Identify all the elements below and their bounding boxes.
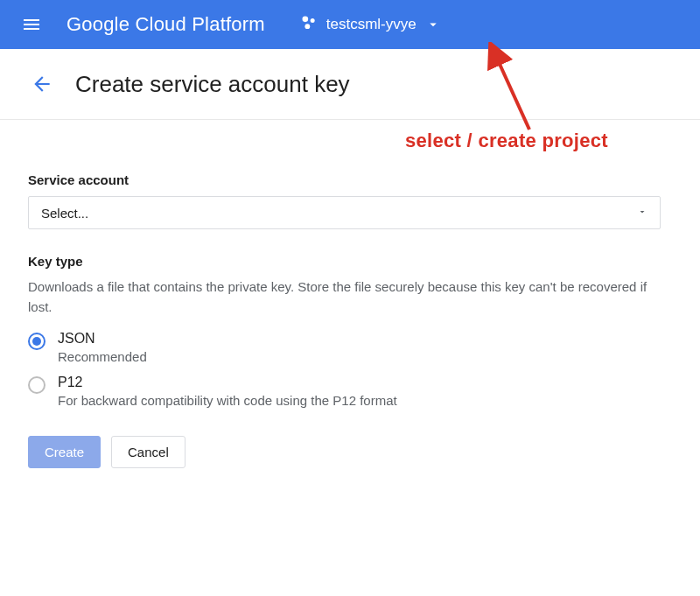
- radio-option-p12[interactable]: P12 For backward compatibility with code…: [28, 375, 661, 408]
- project-name: testcsml-yvye: [326, 16, 416, 33]
- service-account-label: Service account: [28, 172, 661, 187]
- radio-button-json[interactable]: [28, 333, 46, 350]
- page-header: Create service account key: [0, 49, 700, 120]
- radio-group: JSON Recommended P12 For backward compat…: [28, 331, 661, 408]
- create-button[interactable]: Create: [28, 436, 101, 468]
- radio-option-json[interactable]: JSON Recommended: [28, 331, 661, 364]
- topbar: Google Cloud Platform testcsml-yvye: [0, 0, 700, 49]
- key-type-section: Key type Downloads a file that contains …: [28, 254, 661, 468]
- radio-sublabel-p12: For backward compatibility with code usi…: [58, 393, 397, 408]
- back-arrow-icon[interactable]: [24, 67, 60, 102]
- key-type-description: Downloads a file that contains the priva…: [28, 277, 661, 317]
- project-selector[interactable]: testcsml-yvye: [300, 14, 441, 35]
- key-type-label: Key type: [28, 254, 661, 269]
- menu-icon[interactable]: [10, 4, 52, 46]
- svg-point-1: [310, 18, 314, 23]
- service-account-select[interactable]: Select...: [28, 196, 661, 229]
- dropdown-arrow-icon: [637, 205, 648, 221]
- button-row: Create Cancel: [28, 436, 661, 468]
- cancel-button[interactable]: Cancel: [111, 436, 186, 468]
- content-area: Service account Select... Key type Downl…: [0, 120, 700, 468]
- radio-label-p12: P12: [58, 375, 397, 390]
- annotation-text: select / create project: [405, 130, 608, 152]
- select-placeholder: Select...: [41, 206, 88, 221]
- radio-button-p12[interactable]: [28, 376, 46, 394]
- product-name: Google Cloud Platform: [66, 13, 265, 36]
- chevron-down-icon: [425, 17, 441, 32]
- svg-point-0: [302, 17, 308, 23]
- page-title: Create service account key: [75, 71, 350, 98]
- svg-point-2: [304, 24, 310, 29]
- radio-sublabel-json: Recommended: [58, 349, 147, 364]
- radio-label-json: JSON: [58, 331, 147, 347]
- project-icon: [300, 14, 318, 35]
